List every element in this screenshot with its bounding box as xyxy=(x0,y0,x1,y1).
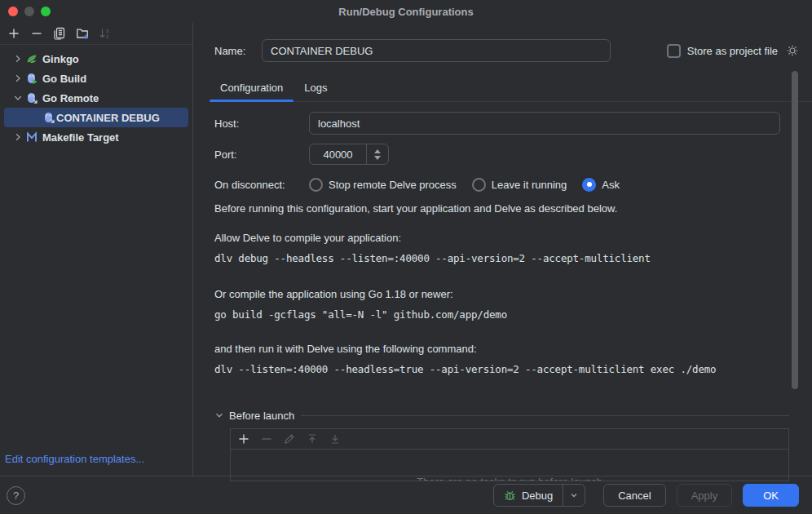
go-build-icon xyxy=(25,72,38,85)
help-button[interactable]: ? xyxy=(7,486,25,505)
section-rule xyxy=(301,415,789,416)
command-line: go build -gcflags "all=-N -l" github.com… xyxy=(214,307,812,323)
name-label: Name: xyxy=(214,45,262,57)
tree-item-label: CONTAINER DEBUG xyxy=(56,112,160,124)
before-launch-header[interactable]: Before launch xyxy=(214,407,812,423)
window-controls xyxy=(8,7,51,16)
spin-up-icon[interactable] xyxy=(374,149,381,153)
chevron-down-icon[interactable] xyxy=(214,410,224,420)
instruction-text: and then run it with Delve using the fol… xyxy=(214,341,812,357)
go-remote-icon xyxy=(42,111,55,124)
before-launch-empty-text: There are no tasks to run before launch xyxy=(231,476,788,481)
radio-ask[interactable]: Ask xyxy=(582,178,620,192)
before-launch-title: Before launch xyxy=(229,410,294,422)
chevron-right-icon[interactable] xyxy=(11,52,25,65)
sidebar-item-go-remote[interactable]: Go Remote xyxy=(4,88,188,108)
store-settings-gear-icon[interactable] xyxy=(786,44,799,57)
remove-icon[interactable] xyxy=(27,24,46,42)
debug-dropdown-button[interactable] xyxy=(563,485,585,506)
store-as-project-file-checkbox[interactable] xyxy=(667,44,681,58)
sidebar-item-container-debug[interactable]: CONTAINER DEBUG xyxy=(4,108,188,127)
intro-text: Before running this configuration, start… xyxy=(214,201,812,217)
debug-split-button[interactable]: Debug xyxy=(493,484,585,507)
remove-icon[interactable] xyxy=(257,430,276,448)
edit-icon[interactable] xyxy=(280,430,299,448)
port-label: Port: xyxy=(214,148,309,161)
debug-button[interactable]: Debug xyxy=(494,485,563,506)
add-icon[interactable] xyxy=(4,24,24,42)
radio-label: Ask xyxy=(602,179,620,191)
chevron-right-icon[interactable] xyxy=(11,131,25,144)
tree-item-label: Go Build xyxy=(42,73,86,85)
makefile-icon xyxy=(25,131,38,144)
sidebar-item-ginkgo[interactable]: Ginkgo xyxy=(4,49,188,69)
radio-icon[interactable] xyxy=(309,178,323,192)
instruction-text: Allow Delve to compile your application: xyxy=(214,230,812,246)
spin-down-icon[interactable] xyxy=(374,156,381,160)
apply-button[interactable]: Apply xyxy=(677,484,733,507)
host-input[interactable] xyxy=(309,112,780,135)
debug-button-label: Debug xyxy=(522,490,553,502)
chevron-down-icon[interactable] xyxy=(11,91,25,104)
run-debug-configurations-dialog: Run/Debug Configurations xyxy=(0,0,812,514)
dialog-title: Run/Debug Configurations xyxy=(338,6,473,18)
radio-leave-it-running[interactable]: Leave it running xyxy=(472,178,567,192)
before-launch-task-list: There are no tasks to run before launch xyxy=(230,428,789,481)
sort-alphabetically-icon[interactable]: a z xyxy=(95,24,115,42)
scrollbar-thumb[interactable] xyxy=(792,71,798,389)
configuration-panel: Name: Store as project file Configuratio… xyxy=(193,23,812,476)
sidebar-item-go-build[interactable]: Go Build xyxy=(4,69,188,88)
radio-label: Stop remote Delve process xyxy=(329,179,457,191)
close-button[interactable] xyxy=(8,7,18,16)
ginkgo-icon xyxy=(25,52,38,65)
dialog-footer: ? Debug Cancel Apply OK xyxy=(0,476,812,514)
titlebar: Run/Debug Configurations xyxy=(0,0,812,23)
tree-item-label: Go Remote xyxy=(42,92,99,104)
command-line: dlv debug --headless --listen=:40000 --a… xyxy=(214,250,812,267)
tab-configuration[interactable]: Configuration xyxy=(210,74,293,101)
host-label: Host: xyxy=(214,117,309,130)
name-input[interactable] xyxy=(262,39,611,62)
command-line: dlv --listen=:40000 --headless=true --ap… xyxy=(214,361,812,378)
sidebar-item-makefile-target[interactable]: Makefile Target xyxy=(4,127,188,147)
configurations-tree: Ginkgo Go Build xyxy=(0,45,192,453)
zoom-button[interactable] xyxy=(41,7,51,16)
before-launch-toolbar xyxy=(231,429,788,450)
port-spin-buttons[interactable] xyxy=(366,144,388,164)
bug-icon xyxy=(504,490,516,502)
tab-logs[interactable]: Logs xyxy=(293,74,338,101)
cancel-button[interactable]: Cancel xyxy=(603,484,665,507)
ok-button[interactable]: OK xyxy=(743,484,799,507)
move-up-icon[interactable] xyxy=(302,430,322,448)
svg-text:z: z xyxy=(106,33,108,39)
radio-icon[interactable] xyxy=(472,178,486,192)
edit-configuration-templates-link[interactable]: Edit configuration templates... xyxy=(0,453,192,476)
port-value[interactable]: 40000 xyxy=(310,148,366,161)
radio-label: Leave it running xyxy=(492,179,567,191)
move-down-icon[interactable] xyxy=(325,430,345,448)
radio-selected-icon[interactable] xyxy=(582,178,596,192)
instruction-text: Or compile the application using Go 1.18… xyxy=(214,286,812,303)
chevron-right-icon[interactable] xyxy=(11,72,25,85)
add-icon[interactable] xyxy=(234,430,254,448)
minimize-button xyxy=(24,7,34,16)
svg-text:a: a xyxy=(106,28,109,33)
sidebar-toolbar: a z xyxy=(0,23,192,45)
store-as-project-file-group: Store as project file xyxy=(667,44,799,58)
radio-stop-remote-delve[interactable]: Stop remote Delve process xyxy=(309,178,457,192)
new-folder-icon[interactable] xyxy=(73,24,92,42)
on-disconnect-label: On disconnect: xyxy=(214,179,309,191)
tree-item-label: Ginkgo xyxy=(42,53,79,65)
tree-item-label: Makefile Target xyxy=(42,131,119,144)
copy-icon[interactable] xyxy=(50,24,69,42)
configurations-sidebar: a z Ginkgo xyxy=(0,23,193,476)
tab-strip: Configuration Logs xyxy=(210,74,812,102)
go-remote-icon xyxy=(25,91,38,104)
port-spinner[interactable]: 40000 xyxy=(309,144,389,165)
store-as-project-file-label: Store as project file xyxy=(687,45,778,57)
